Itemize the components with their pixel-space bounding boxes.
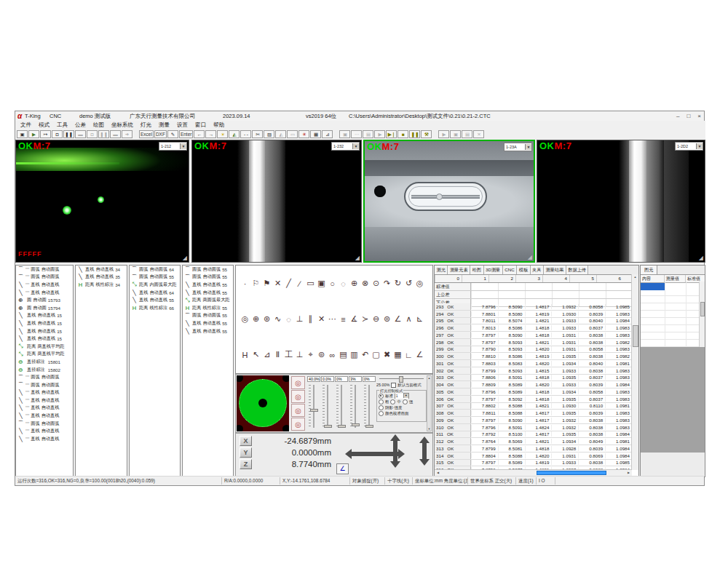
menu-item[interactable]: 工具 bbox=[53, 121, 71, 129]
tool-icon[interactable]: ✕ bbox=[272, 279, 283, 288]
tool-icon[interactable]: ↖ bbox=[250, 350, 261, 359]
level-radio[interactable] bbox=[390, 399, 395, 404]
arrow-right-icon[interactable]: ▶ bbox=[625, 470, 632, 476]
toolbar-button[interactable]: ▨ bbox=[264, 130, 274, 138]
tool-icon[interactable]: ↻ bbox=[392, 279, 403, 288]
camera-view-1[interactable]: OKM:7 1-212▼ FFFFF ◢ bbox=[15, 140, 189, 263]
toolbar-button[interactable]: ➜ bbox=[122, 130, 132, 138]
element-tab[interactable]: 图元 bbox=[641, 266, 657, 274]
menu-item[interactable]: 测量 bbox=[155, 121, 173, 129]
result-row[interactable]: 295OK 7.8011 8.5074 1.4821 1.0933 0.8040… bbox=[435, 318, 632, 325]
scrollbar-thumb[interactable] bbox=[633, 325, 638, 347]
tool-icon[interactable]: ▭ bbox=[305, 279, 316, 288]
jog-down-icon[interactable] bbox=[390, 461, 400, 468]
list-item[interactable]: ⤡距离两圆弧最大距 bbox=[183, 296, 233, 304]
list-item[interactable]: H距离线性标注34 bbox=[76, 281, 127, 289]
camera-select-dropdown[interactable]: 1-212▼ bbox=[159, 142, 187, 151]
result-row[interactable]: 298OK 7.8797 8.5093 1.4821 1.0931 0.8038… bbox=[435, 339, 632, 346]
tool-icon[interactable]: ≻ bbox=[360, 314, 371, 324]
menu-item[interactable]: 灯光 bbox=[137, 121, 155, 129]
menu-item[interactable]: 文件 bbox=[17, 121, 35, 129]
result-row[interactable]: 312OK 7.8764 8.5069 1.4821 1.0934 0.8049… bbox=[435, 438, 632, 445]
menu-item[interactable]: 设置 bbox=[173, 121, 191, 129]
tool-icon[interactable]: ▦ bbox=[392, 350, 403, 359]
tool-icon[interactable]: ↶ bbox=[360, 350, 371, 359]
results-tab[interactable]: 3D测量 bbox=[484, 266, 503, 274]
column-header[interactable]: 测量值 bbox=[665, 275, 686, 282]
close-button[interactable]: × bbox=[697, 111, 701, 121]
tool-icon[interactable]: ⌖ bbox=[305, 350, 316, 359]
list-item[interactable]: ⌒圆弧自动圆弧55 bbox=[183, 266, 233, 274]
list-item[interactable]: ╲直线自动直线55 bbox=[183, 319, 233, 327]
result-row[interactable]: 299OK 7.8790 8.5093 1.4820 1.0931 0.8058… bbox=[435, 346, 632, 354]
menu-item[interactable]: 模式 bbox=[35, 121, 53, 129]
tool-icon[interactable]: ∡ bbox=[349, 314, 360, 324]
tool-icon[interactable]: H bbox=[240, 351, 250, 359]
list-item[interactable]: ⤡距离两直线平均距 bbox=[16, 351, 73, 359]
menu-item[interactable]: 窗口 bbox=[191, 121, 210, 129]
list-item[interactable]: ⌒圆弧自动圆弧55 bbox=[183, 312, 233, 320]
default-mode-checkbox[interactable] bbox=[391, 383, 396, 388]
jog-up-icon[interactable] bbox=[390, 434, 400, 441]
toolbar-button[interactable]: ▤ bbox=[462, 130, 472, 138]
result-row[interactable]: 307OK 7.8802 8.5088 1.4821 1.0930 0.8110… bbox=[435, 403, 632, 410]
toolbar-button[interactable]: ✎ bbox=[167, 130, 178, 138]
toolbar-button[interactable]: ⋯ bbox=[351, 130, 362, 138]
arrow-left-icon[interactable]: ◀ bbox=[435, 470, 441, 476]
scrollbar-thumb[interactable] bbox=[537, 471, 606, 475]
tool-icon[interactable]: ∿ bbox=[272, 314, 283, 324]
ring-light-control[interactable] bbox=[237, 375, 289, 431]
toolbar-button[interactable]: Enter bbox=[179, 130, 194, 138]
toolbar-button[interactable]: ⊿ bbox=[322, 130, 333, 138]
toolbar-button[interactable]: ✄ bbox=[252, 130, 263, 138]
slider-thumb[interactable] bbox=[338, 425, 346, 428]
tool-icon[interactable]: ✖ bbox=[381, 350, 392, 359]
tool-icon[interactable]: ⊥ bbox=[294, 314, 305, 324]
standard-radio[interactable] bbox=[379, 394, 384, 399]
shadow-radio[interactable] bbox=[379, 405, 384, 410]
ring-zone-icon[interactable]: ◎ bbox=[291, 390, 305, 403]
list-item[interactable]: ╲直线自动直线15 bbox=[16, 319, 73, 327]
tool-icon[interactable]: ↺ bbox=[403, 279, 414, 288]
result-row[interactable]: 301OK 7.8803 8.5083 1.4820 1.0934 0.8040… bbox=[435, 360, 632, 367]
tool-icon[interactable]: ▣ bbox=[316, 279, 327, 288]
jog-y-control[interactable] bbox=[390, 434, 400, 468]
list-item[interactable]: ╲直线自动直线55 bbox=[183, 327, 233, 335]
camera-select-dropdown[interactable]: 1-23A▼ bbox=[504, 143, 532, 151]
toolbar-button[interactable]: ▤ bbox=[363, 130, 373, 138]
result-row[interactable]: 315OK 7.8797 8.5089 1.4819 1.0933 0.8038… bbox=[435, 460, 632, 467]
list-item[interactable]: ⊖直径标注15801 bbox=[16, 358, 73, 366]
menu-item[interactable]: 帮助 bbox=[210, 121, 228, 129]
result-row[interactable]: 311OK 7.8792 8.5100 1.4817 1.0935 0.8038… bbox=[435, 431, 632, 439]
list-item[interactable]: ╲***直线自动直线 bbox=[16, 389, 73, 397]
toolbar-button[interactable]: ▣ bbox=[339, 130, 350, 138]
toolbar-button[interactable]: Excel bbox=[139, 130, 154, 138]
tool-icon[interactable]: ⚑ bbox=[261, 279, 272, 288]
results-tab[interactable]: 测光 bbox=[435, 266, 448, 274]
tool-icon[interactable]: ⚐ bbox=[250, 279, 261, 288]
tool-icon[interactable]: ⊥ bbox=[294, 350, 305, 359]
light-slider[interactable]: 0% bbox=[363, 376, 376, 431]
results-tab[interactable]: 夹具 bbox=[531, 266, 544, 274]
camera-view-3-selected[interactable]: OKM:7 1-23A▼ ◢ bbox=[363, 140, 535, 263]
arrow-down-icon[interactable]: ▼ bbox=[427, 427, 431, 431]
list-item[interactable]: ⌒***圆弧自动圆弧 bbox=[16, 266, 73, 274]
result-row[interactable]: 308OK 7.8811 8.5088 1.4817 1.0935 0.8039… bbox=[435, 410, 632, 417]
list-item[interactable]: ⌒圆弧自动圆弧55 bbox=[130, 274, 180, 282]
list-item[interactable]: ╲直线自动直线15 bbox=[16, 312, 73, 320]
tool-icon[interactable]: · bbox=[240, 279, 250, 288]
result-row[interactable]: 309OK 7.8797 8.5090 1.4817 1.0932 0.8038… bbox=[435, 417, 632, 424]
tool-icon[interactable]: ▥ bbox=[349, 350, 360, 359]
result-row[interactable]: 296OK 7.8013 8.5086 1.4818 1.0933 0.8037… bbox=[435, 324, 632, 332]
result-row[interactable]: 302OK 7.8799 8.5093 1.4815 1.0933 0.8038… bbox=[435, 367, 632, 375]
tool-icon[interactable]: ⊗ bbox=[360, 279, 371, 288]
tolerance-row[interactable]: 上公差 bbox=[435, 291, 638, 299]
column-header[interactable]: 1 bbox=[462, 275, 488, 282]
list-item[interactable]: ╲直线自动直线64 bbox=[130, 289, 180, 297]
list-item[interactable]: ⤡距离内圆弧最大距 bbox=[130, 281, 180, 289]
list-item[interactable]: ╲直线自动直线55 bbox=[183, 289, 233, 297]
tool-icon[interactable]: ⊕ bbox=[349, 279, 360, 288]
column-header[interactable]: 6 bbox=[596, 275, 623, 282]
ring-zone-icon[interactable]: ◎ bbox=[291, 418, 305, 431]
toolbar-button[interactable]: ▬ bbox=[110, 130, 121, 138]
